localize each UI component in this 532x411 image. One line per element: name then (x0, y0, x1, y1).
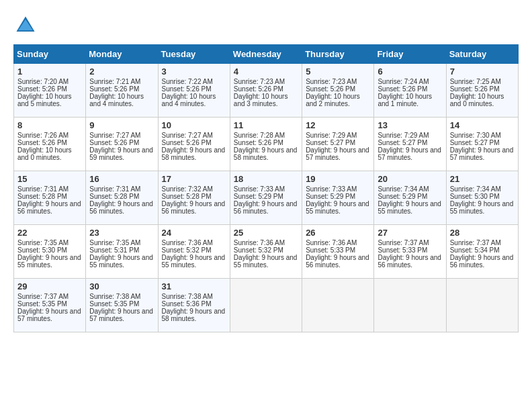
day-number: 27 (378, 228, 442, 238)
daylight-label: Daylight: 9 hours and 56 minutes. (234, 200, 298, 215)
calendar-day-cell: 27Sunrise: 7:37 AMSunset: 5:33 PMDayligh… (374, 225, 446, 279)
daylight-label: Daylight: 9 hours and 55 minutes. (17, 254, 81, 269)
daylight-label: Daylight: 9 hours and 55 minutes. (89, 254, 153, 269)
sunset-label: Sunset: 5:28 PM (162, 193, 212, 200)
calendar-day-cell: 11Sunrise: 7:28 AMSunset: 5:26 PMDayligh… (230, 118, 302, 171)
sunrise-label: Sunrise: 7:38 AM (89, 293, 140, 300)
day-number: 3 (162, 66, 226, 77)
sunrise-label: Sunrise: 7:31 AM (89, 185, 140, 193)
calendar-day-cell: 5Sunrise: 7:23 AMSunset: 5:26 PMDaylight… (302, 64, 374, 118)
sunrise-label: Sunrise: 7:27 AM (162, 132, 213, 139)
sunset-label: Sunset: 5:27 PM (378, 139, 427, 146)
day-number: 8 (17, 120, 82, 130)
daylight-label: Daylight: 9 hours and 56 minutes. (378, 254, 441, 269)
sunrise-label: Sunrise: 7:28 AM (234, 132, 285, 139)
daylight-label: Daylight: 9 hours and 58 minutes. (234, 146, 298, 161)
day-of-week-cell: Saturday (446, 45, 518, 64)
sunrise-label: Sunrise: 7:37 AM (17, 293, 69, 300)
day-number: 25 (234, 228, 298, 238)
sunrise-label: Sunrise: 7:23 AM (306, 78, 357, 85)
sunset-label: Sunset: 5:33 PM (306, 246, 355, 254)
daylight-label: Daylight: 9 hours and 56 minutes. (306, 254, 369, 269)
logo-icon (13, 13, 38, 38)
calendar-week-row: 15Sunrise: 7:31 AMSunset: 5:28 PMDayligh… (14, 171, 519, 225)
sunrise-label: Sunrise: 7:37 AM (450, 239, 501, 246)
day-number: 4 (234, 66, 298, 77)
daylight-label: Daylight: 9 hours and 55 minutes. (450, 200, 514, 215)
sunrise-label: Sunrise: 7:20 AM (17, 78, 69, 85)
logo (13, 13, 42, 38)
sunrise-label: Sunrise: 7:35 AM (89, 239, 140, 246)
day-number: 24 (162, 228, 226, 238)
sunrise-label: Sunrise: 7:24 AM (378, 78, 429, 85)
sunset-label: Sunset: 5:32 PM (234, 246, 283, 254)
calendar-day-cell: 16Sunrise: 7:31 AMSunset: 5:28 PMDayligh… (86, 171, 158, 225)
calendar-table: SundayMondayTuesdayWednesdayThursdayFrid… (13, 44, 519, 332)
daylight-label: Daylight: 9 hours and 56 minutes. (17, 200, 81, 215)
sunset-label: Sunset: 5:26 PM (162, 139, 212, 146)
sunset-label: Sunset: 5:32 PM (162, 246, 212, 254)
calendar-day-cell: 2Sunrise: 7:21 AMSunset: 5:26 PMDaylight… (86, 64, 158, 118)
day-of-week-cell: Wednesday (230, 45, 302, 64)
daylight-label: Daylight: 9 hours and 55 minutes. (378, 200, 441, 215)
calendar-day-cell: 25Sunrise: 7:36 AMSunset: 5:32 PMDayligh… (230, 225, 302, 279)
sunset-label: Sunset: 5:35 PM (89, 300, 139, 308)
day-number: 19 (306, 174, 370, 184)
sunset-label: Sunset: 5:29 PM (378, 193, 427, 200)
sunrise-label: Sunrise: 7:34 AM (378, 185, 429, 193)
sunset-label: Sunset: 5:26 PM (89, 139, 139, 146)
sunset-label: Sunset: 5:29 PM (306, 193, 355, 200)
calendar-week-row: 29Sunrise: 7:37 AMSunset: 5:35 PMDayligh… (14, 279, 519, 332)
calendar-day-cell: 14Sunrise: 7:30 AMSunset: 5:27 PMDayligh… (446, 118, 518, 171)
calendar-day-cell: 24Sunrise: 7:36 AMSunset: 5:32 PMDayligh… (158, 225, 230, 279)
day-of-week-cell: Sunday (14, 45, 86, 64)
sunset-label: Sunset: 5:26 PM (450, 85, 500, 93)
calendar-day-cell: 26Sunrise: 7:36 AMSunset: 5:33 PMDayligh… (302, 225, 374, 279)
day-number: 28 (450, 228, 515, 238)
page-header (13, 13, 519, 38)
day-of-week-cell: Thursday (302, 45, 374, 64)
day-number: 6 (378, 66, 442, 77)
sunset-label: Sunset: 5:27 PM (450, 139, 500, 146)
day-number: 26 (306, 228, 370, 238)
sunrise-label: Sunrise: 7:38 AM (162, 293, 213, 300)
calendar-week-row: 8Sunrise: 7:26 AMSunset: 5:26 PMDaylight… (14, 118, 519, 171)
sunrise-label: Sunrise: 7:32 AM (162, 185, 213, 193)
daylight-label: Daylight: 10 hours and 3 minutes. (234, 93, 288, 107)
daylight-label: Daylight: 9 hours and 56 minutes. (162, 200, 226, 215)
sunset-label: Sunset: 5:26 PM (306, 85, 355, 93)
calendar-day-cell: 28Sunrise: 7:37 AMSunset: 5:34 PMDayligh… (446, 225, 518, 279)
daylight-label: Daylight: 9 hours and 55 minutes. (234, 254, 298, 269)
daylight-label: Daylight: 9 hours and 57 minutes. (17, 308, 81, 322)
day-number: 11 (234, 120, 298, 130)
day-of-week-header: SundayMondayTuesdayWednesdayThursdayFrid… (14, 45, 519, 64)
daylight-label: Daylight: 9 hours and 58 minutes. (162, 308, 226, 322)
calendar-day-cell: 22Sunrise: 7:35 AMSunset: 5:30 PMDayligh… (14, 225, 86, 279)
daylight-label: Daylight: 10 hours and 0 minutes. (450, 93, 504, 107)
calendar-day-cell: 4Sunrise: 7:23 AMSunset: 5:26 PMDaylight… (230, 64, 302, 118)
day-number: 15 (17, 174, 82, 184)
sunset-label: Sunset: 5:28 PM (17, 193, 67, 200)
sunset-label: Sunset: 5:29 PM (234, 193, 283, 200)
sunrise-label: Sunrise: 7:31 AM (17, 185, 69, 193)
sunrise-label: Sunrise: 7:35 AM (17, 239, 69, 246)
day-number: 7 (450, 66, 515, 77)
sunrise-label: Sunrise: 7:33 AM (306, 185, 357, 193)
sunset-label: Sunset: 5:30 PM (17, 246, 67, 254)
daylight-label: Daylight: 10 hours and 4 minutes. (89, 93, 144, 107)
day-of-week-cell: Friday (374, 45, 446, 64)
sunset-label: Sunset: 5:26 PM (17, 85, 67, 93)
calendar-day-cell: 21Sunrise: 7:34 AMSunset: 5:30 PMDayligh… (446, 171, 518, 225)
sunset-label: Sunset: 5:33 PM (378, 246, 427, 254)
calendar-day-cell: 20Sunrise: 7:34 AMSunset: 5:29 PMDayligh… (374, 171, 446, 225)
daylight-label: Daylight: 9 hours and 55 minutes. (306, 200, 369, 215)
sunset-label: Sunset: 5:28 PM (89, 193, 139, 200)
daylight-label: Daylight: 9 hours and 59 minutes. (89, 146, 153, 161)
day-number: 20 (378, 174, 442, 184)
calendar-day-cell: 15Sunrise: 7:31 AMSunset: 5:28 PMDayligh… (14, 171, 86, 225)
sunrise-label: Sunrise: 7:37 AM (378, 239, 429, 246)
calendar-day-cell: 12Sunrise: 7:29 AMSunset: 5:27 PMDayligh… (302, 118, 374, 171)
calendar-day-cell: 23Sunrise: 7:35 AMSunset: 5:31 PMDayligh… (86, 225, 158, 279)
day-of-week-cell: Tuesday (158, 45, 230, 64)
calendar-week-row: 1Sunrise: 7:20 AMSunset: 5:26 PMDaylight… (14, 64, 519, 118)
